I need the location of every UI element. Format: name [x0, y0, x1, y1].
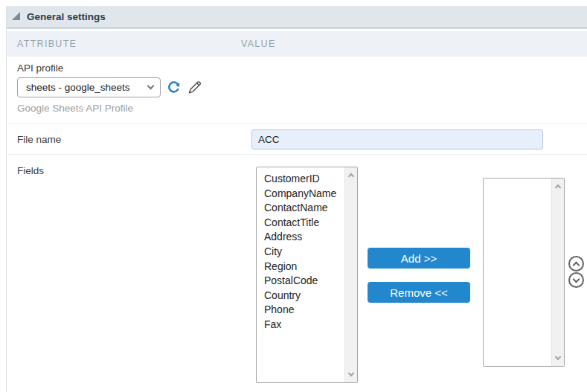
selected-fields-listbox[interactable] — [483, 178, 565, 367]
move-up-button[interactable] — [568, 256, 584, 271]
field-option[interactable]: ContactName — [257, 201, 344, 216]
field-option[interactable]: CompanyName — [257, 187, 344, 202]
selected-listbox-scrollbar[interactable] — [551, 179, 564, 366]
field-option[interactable]: CustomerID — [257, 172, 344, 187]
columns-header: ATTRIBUTE VALUE — [7, 31, 587, 57]
add-button[interactable]: Add >> — [368, 248, 470, 269]
fields-label: Fields — [17, 165, 44, 176]
general-settings-panel: General settings ATTRIBUTE VALUE API pro… — [6, 6, 587, 392]
api-profile-row: API profile sheets - google_sheets Googl… — [7, 57, 587, 124]
panel-title: General settings — [27, 11, 106, 22]
field-option[interactable]: Country — [257, 289, 344, 303]
field-option[interactable]: Phone — [257, 303, 344, 318]
file-name-input[interactable] — [251, 129, 543, 150]
field-option[interactable]: Region — [257, 260, 344, 274]
scroll-up-icon[interactable] — [348, 173, 354, 179]
file-name-row: File name — [7, 124, 587, 155]
field-option[interactable]: Address — [257, 230, 344, 245]
value-column-header: VALUE — [241, 39, 276, 49]
fields-row: Fields CustomerIDCompanyNameContactNameC… — [7, 155, 587, 390]
field-option[interactable]: ContactTitle — [257, 216, 344, 231]
file-name-label: File name — [17, 134, 61, 145]
scroll-down-icon[interactable] — [555, 354, 561, 360]
api-profile-select-value: sheets - google_sheets — [26, 82, 130, 93]
scroll-up-icon[interactable] — [555, 184, 561, 190]
refresh-icon[interactable] — [167, 80, 181, 94]
selected-fields-list — [484, 183, 551, 364]
api-profile-select[interactable]: sheets - google_sheets — [17, 77, 161, 97]
collapse-triangle-icon — [12, 12, 20, 20]
panel-header[interactable]: General settings — [7, 6, 587, 29]
field-option[interactable]: Fax — [257, 318, 344, 332]
field-option[interactable]: City — [257, 245, 344, 260]
available-fields-list: CustomerIDCompanyNameContactNameContactT… — [257, 172, 344, 381]
remove-button[interactable]: Remove << — [368, 282, 470, 303]
api-profile-hint: Google Sheets API Profile — [17, 103, 587, 114]
api-profile-label: API profile — [17, 62, 587, 74]
chevron-down-icon — [573, 275, 580, 283]
chevron-down-icon — [147, 83, 155, 90]
available-listbox-scrollbar[interactable] — [344, 167, 357, 382]
move-down-button[interactable] — [568, 272, 584, 288]
attribute-column-header: ATTRIBUTE — [7, 39, 241, 49]
scroll-down-icon[interactable] — [348, 370, 354, 376]
field-option[interactable]: PostalCode — [257, 274, 344, 289]
chevron-up-icon — [573, 261, 580, 269]
edit-pencil-icon[interactable] — [187, 80, 202, 95]
available-fields-listbox[interactable]: CustomerIDCompanyNameContactNameContactT… — [256, 167, 358, 383]
